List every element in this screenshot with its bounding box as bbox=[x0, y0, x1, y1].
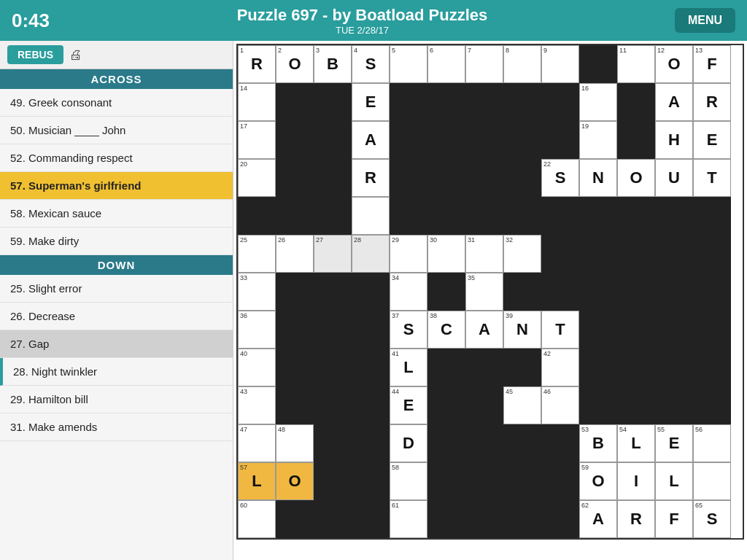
cell-5-10[interactable] bbox=[617, 235, 655, 273]
cell-5-7[interactable]: 32 bbox=[503, 235, 541, 273]
cell-12-0[interactable]: 60 bbox=[238, 500, 276, 538]
cell-3-2[interactable] bbox=[314, 159, 352, 197]
cell-4-11[interactable] bbox=[655, 197, 693, 235]
cell-10-0[interactable]: 47 bbox=[238, 424, 276, 462]
cell-8-12[interactable] bbox=[693, 349, 731, 386]
cell-3-4[interactable] bbox=[390, 159, 427, 197]
cell-1-10[interactable] bbox=[617, 83, 655, 121]
cell-10-2[interactable] bbox=[314, 424, 352, 462]
cell-10-9[interactable]: 53B bbox=[579, 424, 617, 462]
cell-8-1[interactable] bbox=[276, 349, 314, 386]
cell-9-3[interactable] bbox=[352, 386, 390, 424]
cell-11-4[interactable]: 58 bbox=[390, 462, 427, 500]
cell-4-1[interactable] bbox=[276, 197, 314, 235]
cell-5-4[interactable]: 29 bbox=[390, 235, 427, 273]
cell-5-2[interactable]: 27 bbox=[314, 235, 352, 273]
cell-6-1[interactable] bbox=[276, 273, 314, 311]
cell-5-3[interactable]: 28 bbox=[352, 235, 390, 273]
cell-2-12[interactable]: E bbox=[693, 121, 731, 159]
cell-0-5[interactable]: 6 bbox=[427, 45, 465, 83]
cell-3-10[interactable]: O bbox=[617, 159, 655, 197]
cell-8-2[interactable] bbox=[314, 349, 352, 386]
cell-2-7[interactable] bbox=[503, 121, 541, 159]
cell-1-4[interactable] bbox=[390, 83, 427, 121]
cell-3-1[interactable] bbox=[276, 159, 314, 197]
cell-7-11[interactable] bbox=[655, 311, 693, 349]
cell-2-3[interactable]: A bbox=[352, 121, 390, 159]
clue-57-across[interactable]: 57. Superman's girlfriend bbox=[0, 172, 233, 200]
cell-5-8[interactable] bbox=[541, 235, 579, 273]
cell-1-9[interactable]: 16 bbox=[579, 83, 617, 121]
cell-12-6[interactable] bbox=[465, 500, 503, 538]
cell-12-10[interactable]: R bbox=[617, 500, 655, 538]
cell-4-3[interactable] bbox=[352, 197, 390, 235]
clue-52-across[interactable]: 52. Commanding respect bbox=[0, 144, 233, 172]
cell-11-2[interactable] bbox=[314, 462, 352, 500]
cell-5-9[interactable] bbox=[579, 235, 617, 273]
cell-8-0[interactable]: 40 bbox=[238, 349, 276, 386]
print-button[interactable]: 🖨 bbox=[69, 47, 82, 63]
cell-6-0[interactable]: 33 bbox=[238, 273, 276, 311]
cell-8-5[interactable] bbox=[427, 349, 465, 386]
cell-3-9[interactable]: N bbox=[579, 159, 617, 197]
cell-7-6[interactable]: A bbox=[465, 311, 503, 349]
cell-1-3[interactable]: E bbox=[352, 83, 390, 121]
cell-3-6[interactable] bbox=[465, 159, 503, 197]
cell-0-4[interactable]: 5 bbox=[390, 45, 427, 83]
cell-6-8[interactable] bbox=[541, 273, 579, 311]
cell-7-8[interactable]: T bbox=[541, 311, 579, 349]
cell-9-12[interactable] bbox=[693, 386, 731, 424]
cell-1-11[interactable]: A bbox=[655, 83, 693, 121]
cell-5-11[interactable] bbox=[655, 235, 693, 273]
cell-0-3[interactable]: 4S bbox=[352, 45, 390, 83]
cell-5-12[interactable] bbox=[693, 235, 731, 273]
cell-12-5[interactable] bbox=[427, 500, 465, 538]
cell-12-2[interactable] bbox=[314, 500, 352, 538]
cell-4-2[interactable] bbox=[314, 197, 352, 235]
cell-9-0[interactable]: 43 bbox=[238, 386, 276, 424]
cell-3-8[interactable]: 22S bbox=[541, 159, 579, 197]
cell-11-5[interactable] bbox=[427, 462, 465, 500]
cell-6-9[interactable] bbox=[579, 273, 617, 311]
cell-9-7[interactable]: 45 bbox=[503, 386, 541, 424]
cell-9-6[interactable] bbox=[465, 386, 503, 424]
cell-0-8[interactable]: 9 bbox=[541, 45, 579, 83]
cell-12-12[interactable]: 65S bbox=[693, 500, 731, 538]
cell-3-3[interactable]: R bbox=[352, 159, 390, 197]
cell-11-8[interactable] bbox=[541, 462, 579, 500]
cell-12-4[interactable]: 61 bbox=[390, 500, 427, 538]
cell-1-12[interactable]: R bbox=[693, 83, 731, 121]
cell-12-11[interactable]: F bbox=[655, 500, 693, 538]
cell-6-3[interactable] bbox=[352, 273, 390, 311]
cell-3-11[interactable]: U bbox=[655, 159, 693, 197]
cell-4-7[interactable] bbox=[503, 197, 541, 235]
cell-7-2[interactable] bbox=[314, 311, 352, 349]
cell-9-4[interactable]: 44E bbox=[390, 386, 427, 424]
clue-31-down[interactable]: 31. Make amends bbox=[0, 413, 233, 441]
cell-2-5[interactable] bbox=[427, 121, 465, 159]
cell-6-5[interactable] bbox=[427, 273, 465, 311]
clue-25-down[interactable]: 25. Slight error bbox=[0, 275, 233, 303]
cell-3-0[interactable]: 20 bbox=[238, 159, 276, 197]
cell-10-8[interactable] bbox=[541, 424, 579, 462]
cell-6-6[interactable]: 35 bbox=[465, 273, 503, 311]
cell-8-4[interactable]: 41L bbox=[390, 349, 427, 386]
cell-5-1[interactable]: 26 bbox=[276, 235, 314, 273]
cell-9-10[interactable] bbox=[617, 386, 655, 424]
cell-2-11[interactable]: H bbox=[655, 121, 693, 159]
cell-10-4[interactable]: D bbox=[390, 424, 427, 462]
cell-4-10[interactable] bbox=[617, 197, 655, 235]
cell-9-8[interactable]: 46 bbox=[541, 386, 579, 424]
cell-9-5[interactable] bbox=[427, 386, 465, 424]
cell-12-3[interactable] bbox=[352, 500, 390, 538]
cell-8-9[interactable] bbox=[579, 349, 617, 386]
cell-2-0[interactable]: 17 bbox=[238, 121, 276, 159]
cell-3-7[interactable] bbox=[503, 159, 541, 197]
cell-2-10[interactable] bbox=[617, 121, 655, 159]
clue-49-across[interactable]: 49. Greek consonant bbox=[0, 89, 233, 117]
cell-0-10[interactable]: 11 bbox=[617, 45, 655, 83]
cell-11-12[interactable] bbox=[693, 462, 731, 500]
cell-7-0[interactable]: 36 bbox=[238, 311, 276, 349]
cell-1-8[interactable] bbox=[541, 83, 579, 121]
cell-9-9[interactable] bbox=[579, 386, 617, 424]
